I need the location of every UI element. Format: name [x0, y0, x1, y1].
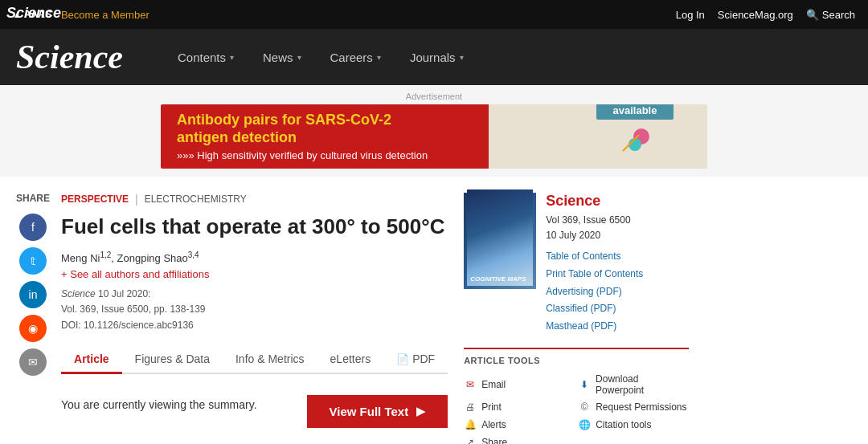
tab-pdf[interactable]: 📄 PDF: [383, 346, 448, 373]
contents-arrow: ▾: [230, 53, 234, 62]
article-title: Fuel cells that operate at 300° to 500°C: [61, 214, 448, 241]
sidebar-journal-name: Science: [546, 193, 689, 210]
login-link[interactable]: Log In: [676, 9, 705, 21]
nav-bar: Science Contents ▾ News ▾ Careers ▾ Jour…: [0, 29, 868, 85]
share-tool-label: Share: [481, 437, 507, 444]
classified-link[interactable]: Classified (PDF): [546, 300, 689, 318]
become-member-link[interactable]: Become a Member: [61, 9, 149, 21]
download-powerpoint-tool[interactable]: ⬇ Download Powerpoint: [578, 373, 689, 396]
tab-eletters[interactable]: eLetters: [317, 346, 384, 373]
cover-science-text: Science: [6, 5, 61, 22]
author1-name: Meng Ni: [61, 252, 100, 264]
article-doi: DOI: 10.1126/science.abc9136: [61, 320, 194, 331]
advertising-link[interactable]: Advertising (PDF): [546, 283, 689, 301]
masthead-link[interactable]: Masthead (PDF): [546, 318, 689, 336]
share-tool[interactable]: ↗ Share: [464, 436, 575, 444]
article-main: PERSPECTIVE | ELECTROCHEMISTRY Fuel cell…: [61, 193, 448, 444]
reddit-icon: ◉: [28, 322, 38, 335]
alerts-tool[interactable]: 🔔 Alerts: [464, 418, 575, 431]
perspective-badge: PERSPECTIVE: [61, 193, 129, 205]
ad-text-left: Antibody pairs for SARS-CoV-2antigen det…: [161, 104, 563, 169]
share-label: SHARE: [16, 193, 50, 204]
facebook-icon: f: [31, 221, 35, 234]
ad-section: Advertisement Antibody pairs for SARS-Co…: [0, 85, 868, 177]
download-tool-label: Download Powerpoint: [596, 373, 689, 396]
toc-link[interactable]: Table of Contents: [546, 248, 689, 266]
author2-sup: 3,4: [188, 251, 199, 259]
ad-label: Advertisement: [406, 92, 462, 101]
journals-arrow: ▾: [460, 53, 464, 62]
citation-tool-label: Citation tools: [596, 419, 651, 430]
tab-article[interactable]: Article: [61, 346, 122, 374]
tools-header: ARTICLE TOOLS: [464, 348, 689, 365]
journal-info: Science Vol 369, Issue 6500 10 July 2020…: [546, 193, 689, 335]
main-container: SHARE f 𝕥 in ◉ ✉ PERSPECTIVE | ELECTROCH…: [0, 177, 868, 444]
top-bar-right: Log In ScienceMag.org 🔍 Search: [676, 9, 855, 21]
cover-label: COGNITIVE MAPS: [470, 275, 530, 283]
nav-careers-label: Careers: [330, 51, 373, 64]
ad-banner[interactable]: Antibody pairs for SARS-CoV-2antigen det…: [161, 104, 707, 169]
nav-news[interactable]: News ▾: [248, 29, 316, 85]
email-tool[interactable]: ✉ Email: [464, 373, 575, 396]
email-share-button[interactable]: ✉: [19, 348, 47, 376]
ad-free-sample: Free sampleavailable: [596, 104, 674, 120]
print-tool[interactable]: 🖨 Print: [464, 401, 575, 413]
email-tool-label: Email: [481, 379, 506, 390]
citation-tools-tool[interactable]: 🌐 Citation tools: [578, 418, 689, 431]
journal-links: Table of Contents Print Table of Content…: [546, 248, 689, 335]
download-tool-icon: ⬇: [578, 378, 591, 391]
nav-items: Contents ▾ News ▾ Careers ▾ Journals ▾: [163, 29, 478, 85]
search-label: Search: [822, 9, 855, 21]
tab-figures-data[interactable]: Figures & Data: [122, 346, 223, 373]
nav-careers[interactable]: Careers ▾: [316, 29, 395, 85]
sidebar-right: Science COGNITIVE MAPS Science Vol 369, …: [464, 193, 689, 444]
nav-contents[interactable]: Contents ▾: [163, 29, 248, 85]
nav-journals[interactable]: Journals ▾: [395, 29, 478, 85]
summary-text: You are currently viewing the summary.: [61, 398, 257, 411]
alert-tool-label: Alerts: [481, 419, 506, 430]
share-icons: SHARE f 𝕥 in ◉ ✉: [16, 193, 50, 444]
print-toc-link[interactable]: Print Table of Contents: [546, 266, 689, 283]
share-tool-icon: ↗: [464, 436, 477, 444]
search-button[interactable]: 🔍 Search: [806, 9, 855, 21]
journal-name: Science: [61, 288, 96, 299]
citation-tool-icon: 🌐: [578, 418, 591, 431]
see-all-authors-link[interactable]: + See all authors and affiliations: [61, 268, 209, 280]
author1-sup: 1,2: [100, 251, 111, 259]
electrochemistry-label: ELECTROCHEMISTRY: [145, 193, 247, 205]
careers-arrow: ▾: [377, 53, 381, 62]
science-logo[interactable]: Science: [16, 38, 123, 76]
top-bar: ▲ AAAS Become a Member Log In ScienceMag…: [0, 0, 868, 29]
view-full-text-button[interactable]: View Full Text ▶: [307, 395, 448, 428]
article-authors: Meng Ni1,2, Zongping Shao3,4: [61, 251, 448, 264]
ad-subline: »»» High sensitivity verified by culture…: [177, 149, 547, 161]
label-separator: |: [135, 193, 138, 206]
article-tools-section: ARTICLE TOOLS ✉ Email ⬇ Download Powerpo…: [464, 348, 689, 444]
article-label-row: PERSPECTIVE | ELECTROCHEMISTRY: [61, 193, 448, 206]
linkedin-share-button[interactable]: in: [19, 281, 47, 308]
pdf-icon: 📄: [396, 353, 409, 365]
pdf-label: PDF: [412, 352, 435, 365]
linkedin-icon: in: [29, 288, 38, 301]
alert-tool-icon: 🔔: [464, 418, 477, 431]
tab-info-metrics[interactable]: Info & Metrics: [223, 346, 317, 373]
sidebar-journal-date: 10 July 2020: [546, 228, 689, 243]
journal-card: Science COGNITIVE MAPS Science Vol 369, …: [464, 193, 689, 335]
author2-name: , Zongping Shao: [111, 252, 187, 264]
journal-cover: Science COGNITIVE MAPS: [464, 193, 536, 289]
print-tool-label: Print: [481, 401, 502, 413]
ad-right: Free sampleavailable Acro: [563, 104, 707, 169]
facebook-share-button[interactable]: f: [19, 214, 47, 241]
reddit-share-button[interactable]: ◉: [19, 315, 47, 342]
journal-cover-img: COGNITIVE MAPS: [467, 189, 533, 286]
nav-journals-label: Journals: [410, 51, 456, 64]
view-full-arrow-icon: ▶: [416, 405, 425, 418]
ad-decoration: [615, 123, 655, 163]
share-section: SHARE f 𝕥 in ◉ ✉ PERSPECTIVE | ELECTROCH…: [16, 193, 448, 444]
sciencemag-link[interactable]: ScienceMag.org: [718, 9, 793, 21]
request-permissions-tool[interactable]: © Request Permissions: [578, 401, 689, 413]
twitter-share-button[interactable]: 𝕥: [19, 247, 47, 275]
print-tool-icon: 🖨: [464, 401, 477, 413]
sidebar-journal-volume: Vol 369, Issue 6500: [546, 213, 689, 228]
permission-tool-icon: ©: [578, 401, 591, 413]
